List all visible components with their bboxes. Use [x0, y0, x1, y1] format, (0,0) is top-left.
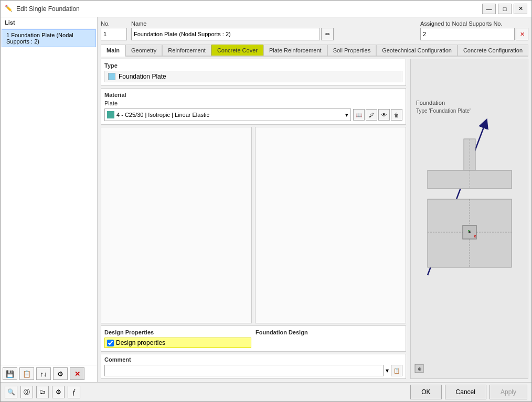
preview-label: Foundation — [416, 100, 445, 106]
empty-panels — [101, 127, 406, 323]
plate-delete-button[interactable]: 🗑 — [391, 109, 402, 121]
apply-button[interactable]: Apply — [490, 385, 527, 399]
comment-copy-button[interactable]: 📋 — [391, 365, 402, 376]
delete-button[interactable]: ✕ — [70, 367, 84, 380]
assigned-input-group: ✕ — [420, 28, 528, 40]
svg-text:⊕: ⊕ — [418, 366, 422, 372]
foundation-preview: Foundation Type 'Foundation Plate' — [410, 59, 528, 379]
right-side: Foundation Type 'Foundation Plate' — [410, 59, 528, 379]
foundation-design-col: Foundation Design — [256, 329, 402, 348]
comment-label: Comment — [104, 356, 402, 363]
move-up-button[interactable]: ↑↓ — [36, 367, 51, 380]
plate-info-button[interactable]: 📖 — [353, 109, 365, 121]
bottom-toolbar: 🔍 ⓪ 🗂 ⚙ ƒ OK Cancel Apply — [1, 382, 531, 401]
no-field-group: No. — [101, 20, 127, 40]
app-icon: ✏️ — [5, 5, 13, 13]
plate-label: Plate — [104, 100, 402, 106]
tab-plate-reinforcement[interactable]: Plate Reinforcement — [263, 45, 327, 56]
comment-input[interactable] — [104, 365, 384, 376]
tab-reinforcement[interactable]: Reinforcement — [162, 45, 211, 56]
name-label: Name — [131, 20, 416, 27]
design-properties-checkbox[interactable] — [107, 340, 114, 346]
type-section: Type Foundation Plate — [101, 59, 406, 86]
ok-button[interactable]: OK — [410, 385, 441, 399]
plate-icon-buttons: 📖 🖊 👁 🗑 — [353, 109, 402, 121]
svg-rect-3 — [428, 170, 512, 189]
comment-dropdown-arrow: ▾ — [386, 367, 389, 374]
foundation-design-title: Foundation Design — [256, 329, 402, 335]
right-panel: No. Name ✏ Assigned to Nodal Supports No… — [98, 17, 531, 382]
design-cols: Design Properties Design properties Foun… — [104, 329, 402, 348]
tab-geotechnical[interactable]: Geotechnical Configuration — [376, 45, 457, 56]
preview-icon-svg: ⊕ — [414, 363, 424, 374]
assigned-clear-button[interactable]: ✕ — [516, 28, 528, 40]
plate-view-button[interactable]: 👁 — [378, 109, 390, 121]
view-button[interactable]: 🗂 — [36, 386, 49, 398]
material-section: Material Plate 4 - C25/30 | Isotropic | … — [101, 88, 406, 125]
preview-svg: x y — [412, 118, 527, 338]
svg-text:x: x — [474, 234, 476, 238]
left-panel: List 1 Foundation Plate (Nodal Supports … — [1, 17, 98, 382]
preview-type-label: Type 'Foundation Plate' — [416, 108, 471, 114]
plate-select-row: 4 - C25/30 | Isotropic | Linear Elastic … — [104, 108, 402, 121]
plate-select[interactable]: 4 - C25/30 | Isotropic | Linear Elastic … — [104, 108, 351, 121]
window-title: Edit Single Foundation — [16, 5, 482, 13]
function-button[interactable]: ƒ — [68, 386, 80, 398]
main-window: ✏️ Edit Single Foundation — □ ✕ List 1 F… — [0, 0, 532, 402]
list-header: List — [1, 17, 97, 28]
no-input[interactable] — [101, 28, 127, 40]
comment-input-row: ▾ 📋 — [104, 365, 402, 376]
assigned-field-group: Assigned to Nodal Supports No. ✕ — [420, 20, 528, 40]
no-label: No. — [101, 20, 127, 27]
assigned-label: Assigned to Nodal Supports No. — [420, 20, 528, 27]
maximize-button[interactable]: □ — [498, 4, 512, 14]
empty-panel-right — [255, 127, 406, 323]
design-properties-title: Design Properties — [104, 329, 251, 335]
green-indicator — [107, 111, 114, 118]
name-section: No. Name ✏ Assigned to Nodal Supports No… — [101, 20, 528, 40]
cancel-button[interactable]: Cancel — [445, 385, 486, 399]
list-item[interactable]: 1 Foundation Plate (Nodal Supports : 2) — [2, 29, 96, 47]
tabs: Main Geometry Reinforcement Concrete Cov… — [101, 45, 528, 57]
tab-concrete-config[interactable]: Concrete Configuration — [457, 45, 528, 56]
name-input[interactable] — [131, 28, 320, 40]
tab-content-body: Type Foundation Plate Material Plate — [101, 59, 528, 379]
title-bar-buttons: — □ ✕ — [482, 4, 527, 14]
plate-value: 4 - C25/30 | Isotropic | Linear Elastic — [116, 112, 209, 118]
type-color-indicator — [108, 73, 115, 80]
settings2-button[interactable]: ⚙ — [52, 386, 65, 398]
svg-point-9 — [469, 231, 471, 233]
type-box: Foundation Plate — [104, 71, 402, 82]
close-button[interactable]: ✕ — [514, 4, 527, 14]
settings-button[interactable]: ⚙ — [53, 367, 68, 380]
left-side: Type Foundation Plate Material Plate — [101, 59, 406, 379]
name-edit-button[interactable]: ✏ — [321, 28, 334, 40]
design-section: Design Properties Design properties Foun… — [101, 325, 406, 352]
tab-main[interactable]: Main — [101, 45, 125, 57]
search-button[interactable]: 🔍 — [5, 386, 17, 398]
type-value: Foundation Plate — [119, 73, 166, 80]
save-button[interactable]: 💾 — [3, 367, 17, 380]
name-input-group: ✏ — [131, 28, 416, 40]
empty-panel-left — [101, 127, 252, 323]
main-content: List 1 Foundation Plate (Nodal Supports … — [1, 17, 531, 382]
title-bar: ✏️ Edit Single Foundation — □ ✕ — [1, 1, 531, 17]
assigned-input[interactable] — [420, 28, 515, 40]
design-properties-col: Design Properties Design properties — [104, 329, 251, 348]
left-panel-footer: 💾 📋 ↑↓ ⚙ ✕ — [1, 365, 97, 382]
minimize-button[interactable]: — — [482, 4, 496, 14]
filter-button[interactable]: ⓪ — [20, 386, 33, 398]
design-properties-checkbox-row: Design properties — [104, 338, 251, 348]
copy-button[interactable]: 📋 — [19, 367, 34, 380]
tab-concrete-cover[interactable]: Concrete Cover — [211, 45, 263, 56]
name-field-group: Name ✏ — [131, 20, 416, 40]
comment-section: Comment ▾ 📋 — [101, 354, 406, 379]
material-label: Material — [104, 92, 402, 98]
type-section-title: Type — [104, 62, 402, 69]
tab-soil-properties[interactable]: Soil Properties — [327, 45, 377, 56]
design-properties-label: Design properties — [116, 339, 165, 346]
plate-edit-button[interactable]: 🖊 — [366, 109, 377, 121]
dropdown-arrow: ▾ — [345, 112, 348, 118]
preview-icon[interactable]: ⊕ — [414, 363, 424, 375]
tab-geometry[interactable]: Geometry — [125, 45, 162, 56]
